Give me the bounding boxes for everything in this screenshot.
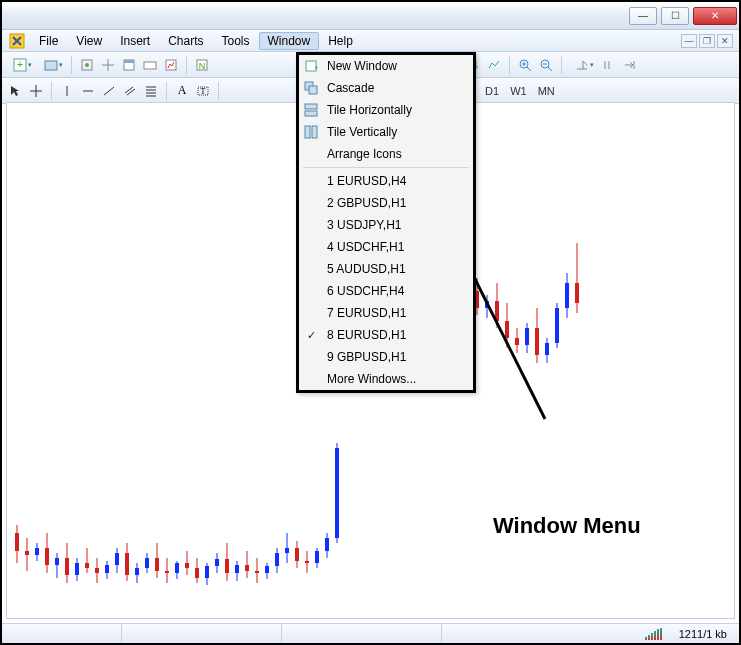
menu-window-9[interactable]: 9 GBPUSD,H1 xyxy=(299,346,473,368)
line-chart-icon[interactable] xyxy=(485,56,503,74)
fibonacci-icon[interactable] xyxy=(142,82,160,100)
mdi-minimize-button[interactable]: — xyxy=(681,34,697,48)
strategy-tester-icon[interactable] xyxy=(162,56,180,74)
svg-rect-85 xyxy=(315,551,319,563)
shift-end-icon[interactable] xyxy=(620,56,638,74)
menu-window-3[interactable]: 3 USDJPY,H1 xyxy=(299,214,473,236)
svg-rect-79 xyxy=(285,548,289,553)
menu-label: 7 EURUSD,H1 xyxy=(327,306,406,320)
menu-label: New Window xyxy=(327,59,397,73)
new-order-icon[interactable]: N xyxy=(193,56,211,74)
navigator-icon[interactable] xyxy=(99,56,117,74)
profiles-icon[interactable] xyxy=(37,56,65,74)
cursor-icon[interactable] xyxy=(6,82,24,100)
menu-window-7[interactable]: 7 EURUSD,H1 xyxy=(299,302,473,324)
svg-rect-51 xyxy=(145,558,149,568)
menu-label: Arrange Icons xyxy=(327,147,402,161)
equidistant-channel-icon[interactable] xyxy=(121,82,139,100)
svg-rect-97 xyxy=(485,301,489,308)
data-window-icon[interactable] xyxy=(120,56,138,74)
menu-label: 1 EURUSD,H4 xyxy=(327,174,406,188)
svg-rect-61 xyxy=(195,568,199,578)
svg-rect-103 xyxy=(515,338,519,345)
menu-window-2[interactable]: 2 GBPUSD,H1 xyxy=(299,192,473,214)
menu-tools[interactable]: Tools xyxy=(213,32,259,50)
minimize-button[interactable]: — xyxy=(629,7,657,25)
auto-scroll-icon[interactable] xyxy=(568,56,596,74)
menu-new-window[interactable]: +New Window xyxy=(299,55,473,77)
menu-window-6[interactable]: 6 USDCHF,H4 xyxy=(299,280,473,302)
svg-rect-109 xyxy=(545,343,549,355)
svg-text:N: N xyxy=(199,61,206,71)
menu-arrange-icons[interactable]: Arrange Icons xyxy=(299,143,473,165)
menu-label: Tile Vertically xyxy=(327,125,397,139)
crosshair-icon[interactable] xyxy=(27,82,45,100)
terminal-icon[interactable] xyxy=(141,56,159,74)
svg-rect-89 xyxy=(335,448,339,538)
text-label-icon[interactable]: T xyxy=(194,82,212,100)
timeframe-mn[interactable]: MN xyxy=(534,85,559,97)
maximize-button[interactable]: ☐ xyxy=(661,7,689,25)
connection-spark-icon xyxy=(645,628,675,640)
menu-charts[interactable]: Charts xyxy=(159,32,212,50)
menu-tile-horizontally[interactable]: Tile Horizontally xyxy=(299,99,473,121)
chart-shift-icon[interactable] xyxy=(599,56,617,74)
svg-rect-83 xyxy=(305,561,309,563)
svg-rect-31 xyxy=(45,548,49,565)
svg-rect-59 xyxy=(185,563,189,568)
mdi-close-button[interactable]: ✕ xyxy=(717,34,733,48)
trendline-icon[interactable] xyxy=(100,82,118,100)
mdi-restore-button[interactable]: ❐ xyxy=(699,34,715,48)
svg-rect-49 xyxy=(135,568,139,575)
text-icon[interactable]: A xyxy=(173,82,191,100)
window-menu-dropdown: +New Window Cascade Tile Horizontally Ti… xyxy=(296,52,476,393)
menu-help[interactable]: Help xyxy=(319,32,362,50)
horizontal-line-icon[interactable] xyxy=(79,82,97,100)
toolbar-separator xyxy=(186,56,187,74)
tile-vert-icon xyxy=(303,124,319,140)
menu-view[interactable]: View xyxy=(67,32,111,50)
svg-rect-39 xyxy=(85,563,89,568)
svg-rect-37 xyxy=(75,563,79,575)
svg-text:+: + xyxy=(17,59,23,70)
svg-rect-113 xyxy=(565,283,569,308)
close-button[interactable]: ✕ xyxy=(693,7,737,25)
menu-cascade[interactable]: Cascade xyxy=(299,77,473,99)
svg-rect-77 xyxy=(275,553,279,566)
status-bar: 1211/1 kb xyxy=(2,623,739,643)
menu-window-4[interactable]: 4 USDCHF,H1 xyxy=(299,236,473,258)
svg-rect-45 xyxy=(115,553,119,565)
vertical-line-icon[interactable] xyxy=(58,82,76,100)
toolbar-separator xyxy=(509,56,510,74)
menu-window-8[interactable]: ✓8 EURUSD,H1 xyxy=(299,324,473,346)
market-watch-icon[interactable] xyxy=(78,56,96,74)
cascade-icon xyxy=(303,80,319,96)
svg-rect-67 xyxy=(225,559,229,573)
menu-more-windows[interactable]: More Windows... xyxy=(299,368,473,390)
svg-rect-75 xyxy=(265,566,269,573)
menu-window-5[interactable]: 5 AUDUSD,H1 xyxy=(299,258,473,280)
menu-file[interactable]: File xyxy=(30,32,67,50)
menu-window-1[interactable]: 1 EURUSD,H4 xyxy=(299,170,473,192)
svg-rect-53 xyxy=(155,558,159,571)
svg-rect-41 xyxy=(95,568,99,573)
timeframe-d1[interactable]: D1 xyxy=(481,85,503,97)
zoom-in-icon[interactable] xyxy=(516,56,534,74)
timeframe-w1[interactable]: W1 xyxy=(506,85,531,97)
svg-text:+: + xyxy=(314,63,318,73)
toolbar-separator xyxy=(166,82,167,100)
svg-rect-7 xyxy=(124,60,134,63)
svg-rect-3 xyxy=(45,61,57,70)
svg-rect-65 xyxy=(215,559,219,566)
menu-insert[interactable]: Insert xyxy=(111,32,159,50)
menu-label: 8 EURUSD,H1 xyxy=(327,328,406,342)
new-chart-icon[interactable]: + xyxy=(6,56,34,74)
svg-rect-35 xyxy=(65,558,69,575)
menu-label: Cascade xyxy=(327,81,374,95)
window-titlebar: — ☐ ✕ xyxy=(2,2,739,30)
app-icon xyxy=(8,32,26,50)
menu-window[interactable]: Window xyxy=(259,32,320,50)
svg-point-5 xyxy=(85,63,89,67)
zoom-out-icon[interactable] xyxy=(537,56,555,74)
menu-tile-vertically[interactable]: Tile Vertically xyxy=(299,121,473,143)
